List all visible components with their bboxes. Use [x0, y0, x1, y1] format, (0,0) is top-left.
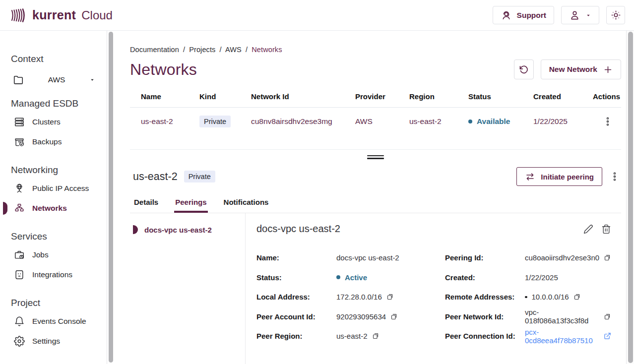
- field-value-status: Active: [345, 273, 367, 282]
- sidebar-item-public-ip-access[interactable]: Public IP Access: [14, 179, 107, 198]
- copy-local-address-button[interactable]: [386, 293, 394, 301]
- sidebar-item-events-console[interactable]: Events Console: [14, 311, 107, 331]
- breadcrumb-item[interactable]: Projects: [189, 46, 215, 54]
- breadcrumb-item[interactable]: AWS: [225, 46, 242, 54]
- tab-details[interactable]: Details: [133, 198, 159, 213]
- field-value-peer-network-id: vpc-018f086a13f3c3f8d: [525, 308, 599, 325]
- breadcrumb-current: Networks: [252, 46, 282, 54]
- field-label-created: Created:: [445, 273, 525, 282]
- sidebar-item-label: Clusters: [32, 118, 61, 126]
- copy-icon: [386, 293, 394, 301]
- main-scrollbar-thumb[interactable]: [628, 32, 633, 363]
- field-label-peer-region: Peer Region:: [256, 332, 336, 340]
- sidebar-item-label: Settings: [32, 337, 60, 346]
- theme-toggle-button[interactable]: [606, 6, 625, 24]
- support-label: Support: [517, 11, 546, 20]
- sidebar-item-settings[interactable]: Settings: [14, 331, 107, 351]
- user-menu-button[interactable]: [561, 6, 599, 24]
- header-actions: Support: [493, 6, 625, 24]
- public-ip-icon: [14, 183, 25, 194]
- open-peer-connection-button[interactable]: [604, 332, 611, 340]
- kurrent-logo-icon: [10, 8, 28, 23]
- table-row[interactable]: us-east-2 Private cu8nv8airsdhv2ese3mg A…: [130, 108, 621, 135]
- context-selected-value: AWS: [48, 75, 65, 84]
- field-value-remote-addresses: 10.0.0.0/16: [532, 293, 569, 301]
- section-heading-networking: Networking: [11, 165, 107, 176]
- copy-remote-addresses-button[interactable]: [573, 293, 581, 301]
- sidebar-item-networks[interactable]: Networks: [14, 198, 107, 218]
- chevron-down-icon: [585, 12, 591, 18]
- active-item-marker: [3, 202, 7, 215]
- field-row: Peer Region: us-east-2 Pe: [256, 326, 611, 346]
- sidebar-scrollbar[interactable]: [107, 31, 115, 364]
- field-label-remote-addresses: Remote Addresses:: [445, 293, 525, 301]
- refresh-icon: [518, 64, 529, 75]
- copy-peering-id-button[interactable]: [604, 254, 611, 261]
- support-button[interactable]: Support: [493, 6, 554, 24]
- sidebar-item-label: Jobs: [32, 250, 49, 259]
- splitter-drag-handle[interactable]: [367, 154, 384, 161]
- sidebar-item-jobs[interactable]: Jobs: [14, 245, 107, 265]
- page-actions: New Network: [514, 60, 621, 79]
- edit-peering-button[interactable]: [583, 224, 593, 234]
- pencil-icon: [583, 224, 593, 234]
- field-label-status: Status:: [256, 273, 336, 282]
- cell-name: us-east-2: [141, 117, 199, 126]
- column-header-status: Status: [468, 92, 533, 101]
- status-dot: [336, 275, 340, 279]
- sidebar: Context AWS Managed ESDB: [0, 31, 107, 364]
- sun-icon: [610, 9, 622, 21]
- delete-peering-button[interactable]: [601, 224, 611, 234]
- backups-icon: [14, 136, 25, 147]
- field-value-peering-id: cu8oaoiirsdhv2ese3n0: [525, 253, 599, 262]
- main-scrollbar[interactable]: [626, 31, 634, 364]
- sidebar-item-clusters[interactable]: Clusters: [14, 112, 107, 132]
- panel-splitter: [130, 149, 621, 164]
- app-header: kurrent Cloud Support: [0, 0, 634, 31]
- breadcrumb-separator: /: [246, 46, 248, 54]
- integrations-icon: [14, 269, 25, 280]
- context-selector[interactable]: AWS: [13, 74, 95, 85]
- sidebar-item-label: Integrations: [32, 270, 72, 279]
- sidebar-item-integrations[interactable]: Integrations: [14, 265, 107, 285]
- trash-icon: [601, 224, 611, 234]
- column-header-kind: Kind: [199, 92, 251, 101]
- copy-peer-region-button[interactable]: [372, 332, 380, 340]
- selected-peering-marker: [133, 225, 138, 234]
- peering-list-item[interactable]: docs-vpc us-east-2: [130, 225, 245, 234]
- copy-icon: [390, 313, 398, 320]
- peering-list: docs-vpc us-east-2: [130, 213, 246, 364]
- copy-icon: [573, 293, 581, 301]
- row-kebab-menu-button[interactable]: [601, 115, 614, 128]
- tab-peerings[interactable]: Peerings: [174, 198, 207, 213]
- copy-icon: [372, 332, 380, 340]
- initiate-peering-button[interactable]: Initiate peering: [516, 167, 602, 186]
- new-network-button[interactable]: New Network: [541, 60, 621, 79]
- breadcrumb: Documentation / Projects / AWS / Network…: [130, 46, 621, 54]
- status-dot: [468, 120, 472, 123]
- field-value-created: 1/22/2025: [525, 273, 558, 282]
- field-row: Local Address: 172.28.0.0/16: [256, 287, 611, 307]
- field-row: Peer Account Id: 920293095634: [256, 307, 611, 327]
- context-heading: Context: [11, 54, 107, 64]
- section-heading-project: Project: [11, 298, 107, 308]
- cell-status: Available: [468, 117, 533, 126]
- tab-notifications[interactable]: Notifications: [223, 198, 270, 213]
- breadcrumb-separator: /: [183, 46, 185, 54]
- refresh-button[interactable]: [514, 60, 534, 79]
- detail-kebab-menu-button[interactable]: [608, 170, 621, 183]
- network-detail-title: us-east-2: [133, 171, 178, 183]
- kurrent-cloud-logo[interactable]: kurrent Cloud: [10, 8, 113, 23]
- column-header-region: Region: [409, 92, 468, 101]
- copy-peer-account-id-button[interactable]: [390, 313, 398, 320]
- peer-connection-id-link[interactable]: pcx-0cd8eea4f78b87510: [525, 328, 599, 345]
- field-label-peer-account-id: Peer Account Id:: [256, 312, 336, 321]
- clusters-icon: [14, 117, 25, 127]
- sidebar-scrollbar-thumb[interactable]: [109, 32, 113, 363]
- field-row: Status: Active Created: 1/22/2025: [256, 268, 611, 288]
- logo-text-light: Cloud: [81, 8, 113, 22]
- breadcrumb-item[interactable]: Documentation: [130, 46, 179, 54]
- plus-icon: [603, 65, 613, 74]
- sidebar-item-backups[interactable]: Backups: [14, 132, 107, 152]
- copy-peer-network-id-button[interactable]: [604, 313, 611, 320]
